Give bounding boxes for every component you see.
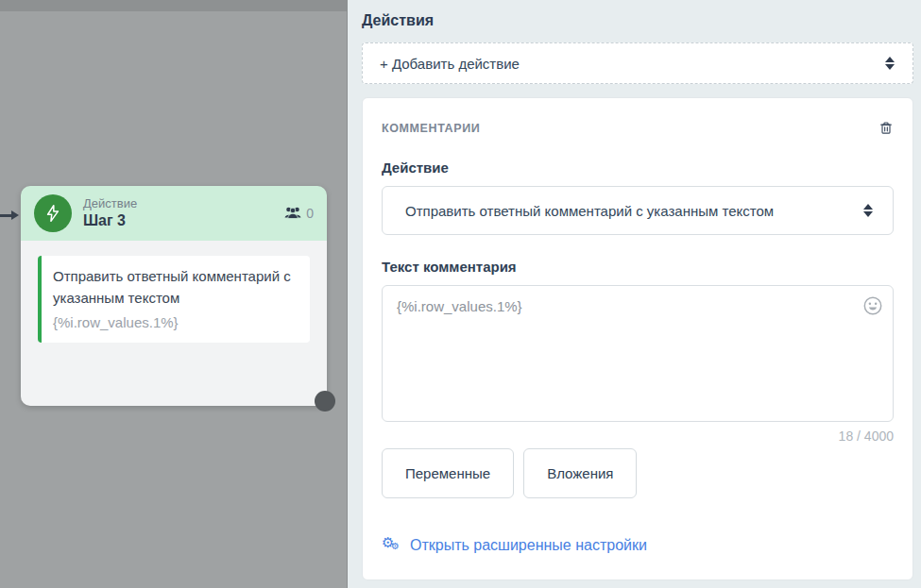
users-icon — [284, 206, 301, 222]
comment-textarea-wrap: {%i.row_values.1%} — [382, 285, 894, 422]
advanced-settings-link-text: Открыть расширенные настройки — [410, 537, 647, 554]
trash-icon — [878, 125, 894, 139]
node-body: Отправить ответный комментарий с указанн… — [21, 241, 327, 406]
select-arrows-icon — [884, 57, 895, 70]
node-message-variable: {%i.row_values.1%} — [53, 311, 298, 333]
gears-icon: ⚙ ⚙ — [382, 536, 402, 555]
add-action-select[interactable]: + Добавить действие — [362, 42, 913, 84]
node-header: Действие Шаг 3 0 — [21, 186, 327, 241]
attachments-button[interactable]: Вложения — [523, 448, 637, 498]
smiley-icon — [862, 305, 883, 319]
emoji-picker-button[interactable] — [862, 295, 883, 316]
action-field-label: Действие — [382, 160, 894, 176]
action-card-title: КОММЕНТАРИИ — [382, 122, 480, 135]
incoming-edge-arrow-icon — [0, 213, 19, 218]
comment-text-label: Текст комментария — [382, 259, 894, 275]
node-subscribers: 0 — [284, 206, 314, 222]
select-arrows-icon — [862, 204, 874, 217]
add-action-select-value: + Добавить действие — [380, 56, 884, 72]
lightning-icon — [34, 194, 72, 232]
action-type-select[interactable]: Отправить ответный комментарий с указанн… — [382, 186, 894, 235]
subscribers-count: 0 — [306, 206, 314, 221]
node-title: Шаг 3 — [83, 211, 273, 230]
comments-action-card: КОММЕНТАРИИ Действие Отправить ответный … — [362, 97, 913, 580]
canvas-top-strip — [0, 0, 347, 11]
node-type-label: Действие — [83, 196, 273, 211]
advanced-settings-link[interactable]: ⚙ ⚙ Открыть расширенные настройки — [382, 536, 894, 555]
settings-panel: Действия + Добавить действие КОММЕНТАРИИ — [348, 0, 921, 588]
flow-canvas[interactable]: Действие Шаг 3 0 Отп — [0, 0, 348, 588]
node-output-connector[interactable] — [315, 391, 335, 412]
variables-button[interactable]: Переменные — [382, 448, 514, 498]
comment-textarea[interactable]: {%i.row_values.1%} — [383, 286, 893, 421]
panel-title: Действия — [362, 12, 913, 29]
delete-action-button[interactable] — [878, 120, 894, 136]
char-counter: 18 / 4000 — [382, 428, 894, 444]
node-message-text: Отправить ответный комментарий с указанн… — [53, 265, 298, 310]
flow-node-step3[interactable]: Действие Шаг 3 0 Отп — [21, 186, 327, 406]
node-message-preview: Отправить ответный комментарий с указанн… — [38, 256, 310, 343]
action-type-select-value: Отправить ответный комментарий с указанн… — [405, 203, 862, 219]
